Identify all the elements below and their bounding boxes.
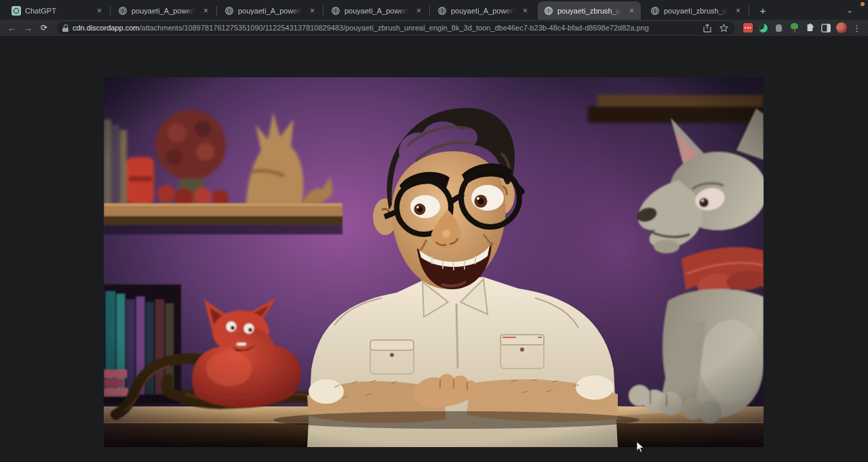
globe-icon [224, 6, 234, 16]
close-icon[interactable]: × [520, 5, 530, 16]
tab-divider [110, 6, 111, 16]
close-icon[interactable]: × [733, 5, 743, 16]
tab-powerful-modern-1[interactable]: pouyaeti_A_powerful_modern × [112, 1, 215, 20]
recording-indicator-dot [861, 2, 865, 6]
tab-label: pouyaeti_A_powerful_modern [238, 7, 303, 15]
tab-divider [536, 6, 536, 16]
new-tab-button[interactable]: + [755, 2, 771, 18]
globe-icon [437, 6, 447, 16]
extensions-puzzle-icon[interactable] [803, 21, 817, 35]
profile-avatar[interactable] [834, 21, 848, 35]
mouse-cursor [636, 441, 644, 453]
side-panel-icon[interactable] [818, 21, 833, 35]
tab-label: ChatGPT [25, 7, 90, 15]
tree-extension-icon[interactable] [787, 21, 802, 35]
tab-zbrush-unreal-active[interactable]: pouyaeti_zbrush_unreal_engin × [538, 1, 641, 20]
tab-powerful-modern-2[interactable]: pouyaeti_A_powerful_modern × [218, 1, 321, 20]
close-icon[interactable]: × [627, 5, 637, 16]
globe-icon [650, 6, 660, 16]
browser-window: ChatGPT × pouyaeti_A_powerful_modern × p… [0, 0, 868, 462]
tab-label: pouyaeti_A_powerful_modern [344, 7, 410, 15]
tab-divider [216, 6, 217, 16]
reload-button[interactable]: ⟳ [37, 21, 52, 35]
tab-chatgpt[interactable]: ChatGPT × [5, 1, 108, 20]
tab-powerful-modern-3[interactable]: pouyaeti_A_powerful_modern × [325, 1, 428, 20]
url-path: /attachments/1089781761275351090/1122543… [139, 24, 649, 32]
tab-label: pouyaeti_A_powerful_modern [132, 7, 197, 15]
lock-icon [62, 24, 68, 32]
chatgpt-favicon [12, 6, 21, 16]
tab-divider [323, 6, 323, 16]
menu-kebab-icon[interactable]: ⋮ [850, 21, 864, 35]
share-icon[interactable] [701, 22, 713, 34]
tab-search-chevron-icon[interactable]: ⌄ [841, 3, 859, 18]
address-bar[interactable]: cdn.discordapp.com/attachments/108978176… [57, 22, 735, 35]
tab-powerful-modern-4[interactable]: pouyaeti_A_powerful_modern × [431, 1, 534, 20]
tab-label: pouyaeti_zbrush_unreal_engin [557, 7, 623, 15]
tab-zbrush-unreal-2[interactable]: pouyaeti_zbrush_unreal_engi × [644, 1, 747, 20]
back-button[interactable]: ← [4, 21, 19, 35]
url-text: cdn.discordapp.com/attachments/108978176… [73, 24, 697, 32]
tab-divider [429, 6, 430, 16]
close-icon[interactable]: × [414, 5, 424, 16]
close-icon[interactable]: × [201, 5, 211, 16]
extension-red-icon[interactable] [741, 21, 755, 35]
globe-icon [118, 6, 127, 16]
close-icon[interactable]: × [94, 5, 104, 16]
tab-strip: ChatGPT × pouyaeti_A_powerful_modern × p… [0, 0, 868, 20]
tab-label: pouyaeti_zbrush_unreal_engi [664, 7, 729, 15]
discord-image [104, 77, 764, 447]
close-icon[interactable]: × [307, 5, 317, 16]
globe-icon [331, 6, 340, 16]
page-content [0, 36, 868, 462]
url-domain: cdn.discordapp.com [73, 24, 139, 32]
tab-label: pouyaeti_A_powerful_modern [451, 7, 516, 15]
browser-toolbar: ← → ⟳ cdn.discordapp.com/attachments/108… [0, 20, 868, 36]
gray-extension-icon[interactable] [772, 21, 786, 35]
globe-icon [544, 6, 553, 16]
tab-divider [749, 6, 749, 16]
dark-mode-moon-icon[interactable] [756, 21, 770, 35]
bookmark-star-icon[interactable] [717, 22, 730, 34]
forward-button[interactable]: → [20, 21, 35, 35]
tab-divider [642, 6, 643, 16]
